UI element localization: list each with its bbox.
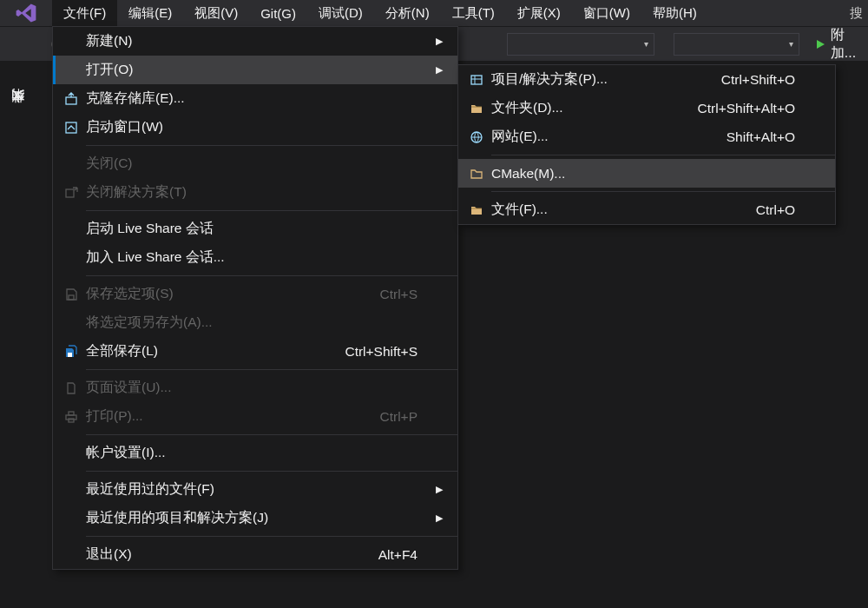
file-menu-item[interactable]: 最近使用的项目和解决方案(J)▶ bbox=[53, 504, 457, 532]
file-menu-item[interactable]: 最近使用过的文件(F)▶ bbox=[53, 475, 457, 504]
svg-rect-4 bbox=[69, 295, 74, 300]
closesln-icon bbox=[56, 186, 86, 200]
menu-extensions[interactable]: 扩展(X) bbox=[506, 0, 572, 26]
menu-item-label: 启动 Live Share 会话 bbox=[86, 220, 418, 238]
attach-button[interactable]: 附加... bbox=[815, 26, 868, 63]
file-menu-item: 关闭(C) bbox=[53, 149, 457, 178]
file-menu-item: 页面设置(U)... bbox=[53, 373, 457, 402]
file-menu-item: 打印(P)...Ctrl+P bbox=[53, 402, 457, 431]
open-submenu-item[interactable]: 网站(E)...Shift+Alt+O bbox=[458, 122, 835, 151]
svg-rect-7 bbox=[69, 412, 74, 415]
menu-item-label: 最近使用过的文件(F) bbox=[86, 480, 418, 499]
menu-item-label: 关闭(C) bbox=[86, 155, 418, 173]
attach-label: 附加... bbox=[831, 26, 868, 63]
home-icon bbox=[56, 121, 86, 135]
menu-item-shortcut: Ctrl+Shift+S bbox=[345, 344, 433, 360]
submenu-arrow-icon: ▶ bbox=[433, 512, 445, 524]
svg-rect-9 bbox=[471, 76, 482, 84]
save-icon bbox=[56, 287, 86, 301]
vs-logo bbox=[0, 0, 52, 26]
menu-item-label: 加入 Live Share 会话... bbox=[86, 248, 418, 267]
svg-rect-2 bbox=[66, 122, 76, 133]
menu-git[interactable]: Git(G) bbox=[249, 0, 307, 26]
menu-file[interactable]: 文件(F) bbox=[52, 0, 117, 26]
menu-item-label: 关闭解决方案(T) bbox=[86, 183, 418, 202]
menu-item-shortcut: Ctrl+Shift+Alt+O bbox=[698, 101, 811, 116]
document-outline-tab[interactable]: 文档大纲 bbox=[0, 61, 35, 165]
menu-item-shortcut: Ctrl+S bbox=[380, 287, 434, 302]
file-menu-item[interactable]: 启动窗口(W) bbox=[53, 113, 457, 142]
file-menu-item[interactable]: 启动 Live Share 会话 bbox=[53, 215, 457, 243]
menu-item-label: 退出(X) bbox=[86, 545, 378, 564]
proj-icon bbox=[462, 73, 491, 87]
file-menu-dropdown: 新建(N)▶打开(O)▶克隆存储库(E)...启动窗口(W)关闭(C)关闭解决方… bbox=[52, 26, 458, 570]
document-outline-label: 文档大纲 bbox=[10, 111, 26, 115]
play-icon bbox=[815, 39, 825, 50]
menu-item-shortcut: Alt+F4 bbox=[378, 547, 433, 563]
submenu-arrow-icon: ▶ bbox=[433, 484, 445, 495]
menu-item-shortcut: Shift+Alt+O bbox=[727, 129, 811, 145]
file-menu-item[interactable]: 退出(X)Alt+F4 bbox=[53, 540, 457, 569]
menu-item-label: 打开(O) bbox=[86, 61, 418, 79]
menu-item-label: 文件(F)... bbox=[491, 201, 756, 219]
open-submenu-item[interactable]: CMake(M)... bbox=[458, 159, 835, 188]
menu-item-label: 最近使用的项目和解决方案(J) bbox=[86, 509, 418, 527]
menu-item-shortcut: Ctrl+Shift+O bbox=[721, 72, 811, 88]
menu-item-label: 全部保存(L) bbox=[86, 342, 345, 360]
menu-item-shortcut: Ctrl+P bbox=[380, 409, 434, 425]
file-menu-item[interactable]: 打开(O)▶ bbox=[53, 56, 457, 84]
submenu-arrow-icon: ▶ bbox=[433, 36, 445, 47]
file-menu-item[interactable]: 全部保存(L)Ctrl+Shift+S bbox=[53, 337, 457, 366]
file-menu-item[interactable]: 加入 Live Share 会话... bbox=[53, 243, 457, 272]
print-icon bbox=[56, 410, 86, 424]
file-menu-item[interactable]: 克隆存储库(E)... bbox=[53, 84, 457, 113]
file-menu-item: 将选定项另存为(A)... bbox=[53, 308, 457, 337]
menu-bar: 文件(F) 编辑(E) 视图(V) Git(G) 调试(D) 分析(N) 工具(… bbox=[0, 0, 868, 26]
folder-icon bbox=[462, 203, 491, 217]
solution-config-combo[interactable]: ▾ bbox=[507, 33, 654, 56]
menu-item-label: 启动窗口(W) bbox=[86, 118, 418, 136]
menu-item-label: 文件夹(D)... bbox=[491, 99, 698, 117]
solution-platform-combo[interactable]: ▾ bbox=[674, 33, 799, 56]
menu-item-label: 项目/解决方案(P)... bbox=[491, 70, 721, 89]
svg-rect-8 bbox=[69, 419, 74, 422]
search-box-truncated[interactable]: 搜 bbox=[841, 5, 868, 22]
file-menu-item: 保存选定项(S)Ctrl+S bbox=[53, 280, 457, 308]
menu-item-shortcut: Ctrl+O bbox=[756, 202, 811, 218]
menu-view[interactable]: 视图(V) bbox=[183, 0, 249, 26]
menu-item-label: 页面设置(U)... bbox=[86, 379, 418, 397]
file-menu-item: 关闭解决方案(T) bbox=[53, 178, 457, 207]
file-menu-item[interactable]: 帐户设置(I)... bbox=[53, 439, 457, 467]
svg-rect-5 bbox=[68, 353, 72, 357]
menu-item-label: 新建(N) bbox=[86, 32, 418, 50]
menu-analyze[interactable]: 分析(N) bbox=[374, 0, 441, 26]
menu-item-label: 将选定项另存为(A)... bbox=[86, 314, 418, 332]
menu-item-label: CMake(M)... bbox=[491, 166, 795, 182]
folder2-icon bbox=[462, 167, 491, 181]
menu-window[interactable]: 窗口(W) bbox=[572, 0, 641, 26]
open-submenu-item[interactable]: 项目/解决方案(P)...Ctrl+Shift+O bbox=[458, 65, 835, 94]
clone-icon bbox=[56, 92, 86, 106]
svg-rect-1 bbox=[66, 97, 76, 104]
menu-item-label: 网站(E)... bbox=[491, 128, 727, 146]
menu-debug[interactable]: 调试(D) bbox=[307, 0, 374, 26]
menu-help[interactable]: 帮助(H) bbox=[641, 0, 708, 26]
menu-edit[interactable]: 编辑(E) bbox=[117, 0, 183, 26]
svg-rect-3 bbox=[66, 189, 74, 197]
open-submenu-dropdown: 项目/解决方案(P)...Ctrl+Shift+O文件夹(D)...Ctrl+S… bbox=[457, 64, 836, 225]
folder-icon bbox=[462, 102, 491, 116]
web-icon bbox=[462, 130, 491, 144]
menu-item-label: 克隆存储库(E)... bbox=[86, 89, 418, 108]
file-menu-item[interactable]: 新建(N)▶ bbox=[53, 27, 457, 56]
saveall-icon bbox=[56, 345, 86, 359]
page-icon bbox=[56, 381, 86, 395]
menu-tools[interactable]: 工具(T) bbox=[441, 0, 506, 26]
open-submenu-item[interactable]: 文件(F)...Ctrl+O bbox=[458, 195, 835, 224]
submenu-arrow-icon: ▶ bbox=[433, 64, 445, 76]
menu-item-label: 保存选定项(S) bbox=[86, 285, 380, 303]
open-submenu-item[interactable]: 文件夹(D)...Ctrl+Shift+Alt+O bbox=[458, 94, 835, 122]
menu-item-label: 打印(P)... bbox=[86, 407, 380, 426]
menu-item-label: 帐户设置(I)... bbox=[86, 444, 418, 462]
